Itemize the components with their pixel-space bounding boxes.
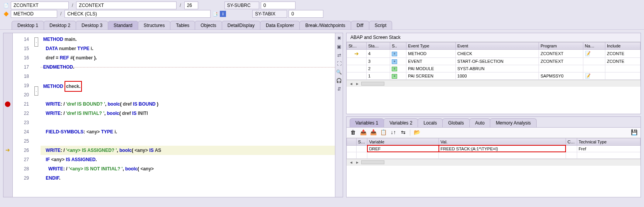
tab-desktop-3[interactable]: Desktop 3 xyxy=(76,21,108,30)
vars-tab-locals[interactable]: Locals xyxy=(418,118,443,127)
include-field[interactable]: ZCONTEXT xyxy=(76,2,177,9)
tab-break-watchpoints[interactable]: Break./Watchpoints xyxy=(299,21,351,30)
empty-variable-row[interactable] xyxy=(347,152,641,158)
col-header[interactable]: Val. xyxy=(439,138,566,145)
tab-detaildisplay[interactable]: DetailDisplay xyxy=(222,21,260,30)
col-header[interactable] xyxy=(347,138,357,145)
tab-desktop-2[interactable]: Desktop 2 xyxy=(44,21,76,30)
fold-toggle[interactable]: - xyxy=(34,86,38,96)
headphones-icon[interactable]: 🎧 xyxy=(336,78,342,84)
breakpoint-gutter[interactable]: ⬤ ➔ xyxy=(3,33,13,197)
col-header[interactable]: C… xyxy=(566,138,577,145)
call-stack-panel: ABAP and Screen Stack St…Sta…S..Event Ty… xyxy=(346,33,641,114)
tab-objects[interactable]: Objects xyxy=(195,21,222,30)
scroll-thumb[interactable] xyxy=(361,82,384,86)
vars-tab-variables-1[interactable]: Variables 1 xyxy=(350,118,384,127)
import-icon[interactable]: 📥 xyxy=(370,129,377,136)
program-field[interactable]: ZCONTEXT xyxy=(11,2,69,9)
col-header[interactable]: St… xyxy=(347,42,367,50)
variables-table[interactable]: S…VariableVal.C…Technical TypeDREFFREED … xyxy=(347,138,641,159)
vars-tab-memory-analysis[interactable]: Memory Analysis xyxy=(490,118,537,127)
code-line[interactable] xyxy=(41,90,335,99)
code-line[interactable] xyxy=(41,136,335,146)
tab-tables[interactable]: Tables xyxy=(170,21,195,30)
code-line[interactable]: IF <any> IS ASSIGNED. xyxy=(41,155,335,164)
scroll-right-icon[interactable]: ▸ xyxy=(355,81,360,86)
scroll-left-icon[interactable]: ◂ xyxy=(349,160,353,165)
exchange-icon[interactable]: ⇆ xyxy=(400,129,407,136)
close-icon[interactable]: ✖ xyxy=(336,35,342,42)
sort-icon[interactable]: 📑 xyxy=(212,11,218,17)
col-header[interactable]: Technical Type xyxy=(577,138,640,145)
stack-row[interactable]: 2≡PAI MODULESYST-ABRUN xyxy=(347,65,641,72)
col-header[interactable]: S… xyxy=(356,138,367,145)
right-pane: ABAP and Screen Stack St…Sta…S..Event Ty… xyxy=(346,33,641,197)
stack-hscroll[interactable]: ◂ ▸ xyxy=(347,80,641,87)
stack-row[interactable]: 3≡EVENTSTART-OF-SELECTIONZCONTEXTZCONTE xyxy=(347,58,641,65)
tree-icon[interactable]: ⇵ xyxy=(336,86,342,93)
info-icon[interactable]: i xyxy=(220,11,226,17)
code-line[interactable]: METHOD check. xyxy=(41,81,335,90)
event-name-field[interactable]: CHECK (CLS) xyxy=(65,10,211,18)
code-line[interactable]: METHOD main. xyxy=(41,35,335,44)
call-stack-table[interactable]: St…Sta…S..Event TypeEventProgramNa…Inclu… xyxy=(347,42,641,80)
code-line[interactable]: dref = REF #( number ). xyxy=(41,53,335,62)
stack-row[interactable]: ➔4≡METHODCHECKZCONTEXT📝ZCONTE xyxy=(347,50,641,58)
delete-icon[interactable]: 🗑 xyxy=(350,129,357,136)
tab-desktop-1[interactable]: Desktop 1 xyxy=(12,21,44,30)
navigate-icon[interactable]: 📝 xyxy=(585,51,591,56)
code-line[interactable]: WRITE: / '<any> IS ASSIGNED? ', boolc( <… xyxy=(41,146,335,155)
col-header[interactable]: Na… xyxy=(583,42,605,50)
fold-toggle[interactable]: - xyxy=(34,37,38,47)
navigate-icon[interactable]: 📝 xyxy=(585,73,591,79)
nav-icon[interactable]: ⇄ xyxy=(336,52,342,59)
vars-tab-variables-2[interactable]: Variables 2 xyxy=(384,118,418,127)
tab-script[interactable]: Script xyxy=(369,21,393,30)
scroll-right-icon[interactable]: ▸ xyxy=(355,160,360,165)
code-line[interactable]: FIELD-SYMBOLS: <any> TYPE i. xyxy=(41,127,335,136)
folder-icon[interactable]: 📂 xyxy=(413,129,420,136)
col-header[interactable]: Sta… xyxy=(367,42,390,50)
code-line[interactable]: WRITE: / 'dref IS INITIAL? ', boolc( dre… xyxy=(41,109,335,118)
stack-type-icon: ≡ xyxy=(392,52,397,56)
save-icon[interactable]: 💾 xyxy=(630,129,637,136)
stack-row[interactable]: 1≡PAI SCREEN1000SAPMSSY0📝 xyxy=(347,72,641,80)
col-header[interactable]: Include xyxy=(605,42,640,50)
code-line[interactable]: DATA number TYPE i. xyxy=(41,44,335,53)
tab-diff[interactable]: Diff xyxy=(351,21,369,30)
col-header[interactable]: Event Type xyxy=(406,42,456,50)
sy-subrc-value[interactable]: 0 xyxy=(261,2,296,9)
scroll-thumb[interactable] xyxy=(361,160,384,164)
scroll-left-icon[interactable]: ◂ xyxy=(349,81,353,86)
line-field[interactable]: 26 xyxy=(184,2,198,9)
tab-data-explorer[interactable]: Data Explorer xyxy=(260,21,300,30)
breakpoint-icon[interactable]: ⬤ xyxy=(4,101,11,108)
copy-icon[interactable]: 📋 xyxy=(380,129,387,136)
sy-tabix-value[interactable]: 0 xyxy=(289,10,323,18)
vars-tab-globals[interactable]: Globals xyxy=(442,118,470,127)
vars-hscroll[interactable]: ◂ ▸ xyxy=(347,159,641,166)
code-line[interactable] xyxy=(41,72,335,81)
find-icon[interactable]: 🔍 xyxy=(336,69,342,76)
separator: / xyxy=(59,11,63,17)
fold-gutter[interactable]: -- xyxy=(32,33,41,197)
code-text-area[interactable]: METHOD main. DATA number TYPE i. dref = … xyxy=(41,33,335,197)
export-icon[interactable]: 📤 xyxy=(360,129,367,136)
tab-structures[interactable]: Structures xyxy=(138,21,171,30)
col-header[interactable]: Variable xyxy=(367,138,439,145)
col-header[interactable]: Program xyxy=(539,42,583,50)
col-header[interactable]: Event xyxy=(455,42,539,50)
current-line-arrow-icon: ➔ xyxy=(4,147,11,154)
layout-icon[interactable]: ▣ xyxy=(336,44,342,50)
code-line[interactable]: ENDIF. xyxy=(41,173,335,183)
tab-standard[interactable]: Standard xyxy=(108,21,138,30)
variable-row[interactable]: DREFFREED STACK:{A:1*\TYPE=I}Fref xyxy=(347,145,641,152)
col-header[interactable]: S.. xyxy=(390,42,406,50)
event-type-field[interactable]: METHOD xyxy=(11,10,57,18)
expand-icon[interactable]: ⛶ xyxy=(336,61,342,67)
code-line[interactable] xyxy=(41,118,335,127)
code-line[interactable]: WRITE: / 'dref IS BOUND? ', boolc( dref … xyxy=(41,99,335,109)
sort-asc-icon[interactable]: ↓↑ xyxy=(390,129,397,136)
vars-tab-auto[interactable]: Auto xyxy=(469,118,491,127)
code-line[interactable]: WRITE: / '<any> IS NOT INITIAL? ', boolc… xyxy=(41,164,335,173)
